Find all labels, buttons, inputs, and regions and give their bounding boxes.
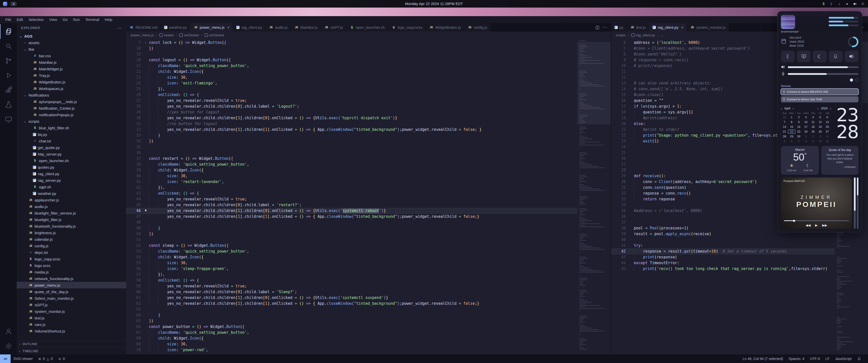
line-number[interactable]: 69	[126, 341, 142, 347]
line-number[interactable]: 27	[611, 162, 627, 167]
code-text[interactable]: yes_no_revealer.child.children[1].childr…	[149, 295, 581, 301]
line-number[interactable]: 70	[126, 347, 142, 353]
code-line-29[interactable]: 29 //yes button for logout	[126, 109, 581, 115]
activity-explorer-icon[interactable]	[0, 24, 17, 39]
line-number[interactable]: 42	[126, 185, 142, 191]
gutter[interactable]	[142, 220, 149, 225]
line-number[interactable]: 25	[126, 86, 142, 92]
code-line-37[interactable]: 37const restart = () => Widget.Button({	[126, 156, 581, 162]
line-number[interactable]: 51	[126, 237, 142, 243]
tree-item-deps.txt[interactable]: ≡deps.txt	[17, 249, 126, 256]
gutter[interactable]	[627, 127, 634, 133]
line-number[interactable]: 40	[126, 173, 142, 179]
gutter[interactable]	[627, 231, 634, 237]
calendar-day[interactable]: 23	[795, 130, 802, 134]
line-number[interactable]: 37	[611, 220, 627, 225]
code-line-30[interactable]: 30 yes_no_revealer.child.children[1].chi…	[126, 115, 581, 121]
line-number[interactable]: 34	[611, 202, 627, 208]
power-icon[interactable]	[861, 1, 865, 6]
line-number[interactable]: 23	[126, 75, 142, 80]
activity-account-icon[interactable]	[0, 324, 17, 339]
minimap-viewport[interactable]	[577, 42, 611, 125]
tree-item-quote_of_the_day.js[interactable]: JSquote_of_the_day.js	[17, 288, 126, 295]
line-number[interactable]: 27	[126, 98, 142, 104]
breadcrumb-item[interactable]: …	[661, 33, 664, 37]
line-number[interactable]: 53	[126, 249, 142, 254]
line-number[interactable]: 25	[611, 150, 627, 156]
code-text[interactable]: yes_no_revealer.child.children[1].childr…	[149, 115, 581, 121]
calendar-day[interactable]: 26	[816, 130, 824, 134]
player-progress[interactable]	[784, 220, 849, 221]
calendar-day[interactable]: 29	[788, 134, 795, 138]
gutter[interactable]	[627, 115, 634, 121]
gutter[interactable]	[142, 191, 149, 196]
gutter[interactable]	[142, 167, 149, 173]
line-number[interactable]: 45	[611, 266, 627, 272]
line-number[interactable]: 42	[611, 249, 627, 254]
menu-item-terminal[interactable]: Terminal	[83, 18, 102, 22]
code-line-19[interactable]: 19	[126, 52, 581, 57]
calendar-day[interactable]: 3	[802, 115, 809, 119]
line-number[interactable]: 31	[611, 185, 627, 191]
code-line-68[interactable]: 68 child: Widget.Icon({	[126, 335, 581, 341]
gutter[interactable]	[627, 150, 634, 156]
code-text[interactable]: })	[149, 231, 581, 237]
line-number[interactable]: 40	[611, 237, 627, 243]
code-line-23[interactable]: 23 size: 30,	[126, 75, 581, 80]
calendar-day[interactable]: 28	[781, 134, 788, 138]
code-text[interactable]: size: 30,	[149, 173, 581, 179]
code-line-65[interactable]: 65})	[126, 318, 581, 324]
line-number[interactable]: 19	[611, 115, 627, 121]
gutter[interactable]	[627, 45, 634, 52]
tree-item-audio.js[interactable]: JSaudio.js	[17, 203, 126, 210]
launcher-icon[interactable]	[3, 2, 7, 6]
line-number[interactable]: 21	[126, 63, 142, 69]
gutter[interactable]	[142, 347, 149, 353]
code-text[interactable]: size: 30,	[149, 260, 581, 266]
tab-py[interactable]: py	[611, 23, 627, 32]
bluetooth-toggle[interactable]: ᛒ	[781, 51, 795, 62]
gutter[interactable]	[627, 52, 634, 57]
money-indicator[interactable]: $	[821, 1, 826, 6]
gutter[interactable]	[142, 98, 149, 104]
gutter[interactable]	[142, 57, 149, 63]
code-text[interactable]: }	[149, 312, 581, 318]
code-line-69[interactable]: 69 size: 30,	[126, 341, 581, 347]
code-text[interactable]: })	[149, 138, 581, 144]
tree-item-VolumeShortcut.js[interactable]: JSVolumeShortcut.js	[17, 328, 126, 334]
tree-item-bq.py[interactable]: bq.py	[17, 131, 126, 138]
gutter[interactable]	[142, 133, 149, 138]
audio-toggle[interactable]	[845, 51, 859, 62]
gutter[interactable]	[142, 231, 149, 237]
menu-item-edit[interactable]: Edit	[14, 18, 26, 22]
line-number[interactable]: 39	[126, 167, 142, 173]
line-number[interactable]: 44	[611, 260, 627, 266]
line-number[interactable]: 11	[611, 69, 627, 75]
line-number[interactable]: 32	[126, 127, 142, 133]
previous-button[interactable]: ◀◀	[806, 223, 811, 227]
code-line-44[interactable]: 44 yes_no_revealer.revealChild = true;	[126, 196, 581, 202]
line-number[interactable]: 65	[126, 318, 142, 324]
tab-test.js[interactable]: JStest.js	[627, 23, 649, 32]
code-line-38[interactable]: 38 className: 'quick_setting_power_butto…	[126, 162, 581, 167]
gutter[interactable]	[142, 335, 149, 341]
code-text[interactable]: className: 'quick_setting_power_button',	[149, 162, 581, 167]
code-line-39[interactable]: 39 child: Widget.Icon({	[126, 167, 581, 173]
line-number[interactable]: 23	[611, 138, 627, 144]
code-text[interactable]: try:	[634, 243, 868, 249]
line-number[interactable]: 33	[611, 196, 627, 202]
tree-folder-scripts[interactable]: ⌄scripts	[17, 118, 126, 125]
line-number[interactable]: 36	[611, 214, 627, 220]
code-text[interactable]: onClicked: () => {	[149, 92, 581, 98]
gutter[interactable]	[627, 237, 634, 243]
line-number[interactable]: 38	[611, 225, 627, 231]
slider-track[interactable]	[788, 66, 859, 68]
calendar-next-month-icon[interactable]: ›	[793, 107, 794, 110]
gutter[interactable]	[142, 260, 149, 266]
gutter[interactable]	[627, 243, 634, 249]
line-number[interactable]: 18	[611, 109, 627, 115]
activity-settings-icon[interactable]	[0, 339, 17, 354]
code-line-55[interactable]: 55 size: 30,	[126, 260, 581, 266]
gutter[interactable]	[627, 80, 634, 86]
tab-rag_client.py[interactable]: rag_client.py×	[649, 23, 687, 32]
